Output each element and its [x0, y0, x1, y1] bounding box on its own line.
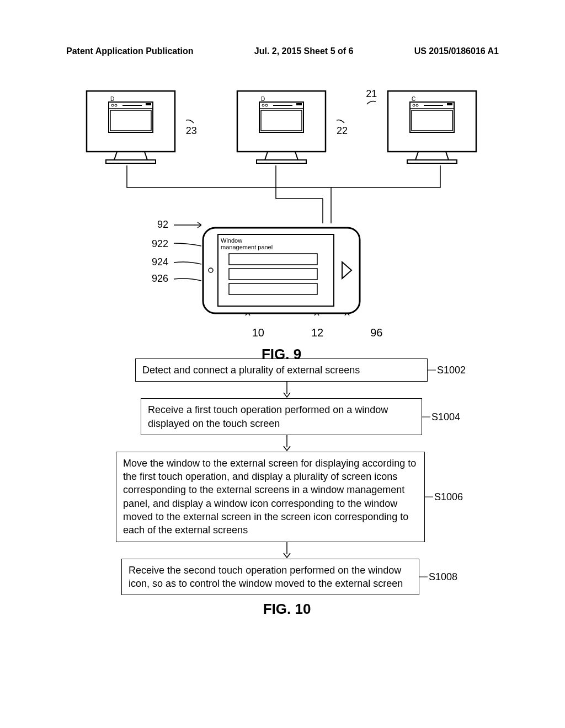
label-96: 96: [370, 326, 382, 339]
svg-rect-18: [388, 91, 476, 152]
svg-rect-9: [237, 91, 326, 152]
flow-label-s1002: S1002: [437, 363, 466, 377]
svg-rect-33: [229, 254, 317, 265]
header-middle: Jul. 2, 2015 Sheet 5 of 6: [254, 46, 354, 56]
monitor-21-label: 21: [366, 88, 377, 106]
svg-rect-12: [261, 110, 302, 131]
tablet-container: 92 922 924 926 Window: [55, 226, 508, 322]
label-10: 10: [252, 326, 264, 339]
svg-point-14: [265, 104, 268, 106]
figure-9-container: D 23 D: [55, 88, 508, 363]
svg-rect-25: [447, 103, 452, 105]
monitor-22-label: 22: [337, 119, 348, 137]
label-924: 924: [152, 256, 201, 268]
svg-text:C: C: [412, 96, 415, 102]
connection-lines: [55, 165, 508, 226]
svg-point-4: [111, 104, 114, 106]
svg-point-5: [115, 104, 117, 106]
tablet-bottom-labels: 10 12 96: [55, 326, 508, 339]
tablet-svg: Window management panel: [201, 226, 361, 320]
svg-text:management panel: management panel: [221, 244, 273, 250]
monitor-21: 21 C: [385, 88, 479, 171]
flow-label-s1004: S1004: [431, 410, 460, 423]
flow-arrow-icon: [116, 382, 458, 398]
figure-10-flowchart: Detect and connect a plurality of extern…: [116, 358, 458, 618]
flow-label-s1006: S1006: [434, 490, 463, 504]
svg-text:Window: Window: [221, 237, 242, 244]
flow-label-s1008: S1008: [429, 570, 457, 584]
flow-arrow-icon: [116, 435, 458, 452]
fig10-title: FIG. 10: [116, 601, 458, 618]
svg-point-13: [262, 104, 264, 106]
label-926: 926: [152, 273, 201, 285]
monitor-23-label: 23: [186, 119, 197, 137]
svg-rect-35: [229, 283, 317, 295]
page-header: Patent Application Publication Jul. 2, 2…: [0, 0, 565, 56]
svg-rect-34: [229, 269, 317, 280]
flow-step-2: Receive a first touch operation performe…: [141, 398, 422, 435]
svg-point-30: [209, 268, 213, 272]
svg-text:D: D: [110, 96, 114, 102]
flow-arrow-icon: [116, 542, 458, 559]
header-right: US 2015/0186016 A1: [414, 46, 499, 56]
flow-step-1: Detect and connect a plurality of extern…: [135, 358, 428, 382]
svg-point-22: [413, 104, 415, 106]
svg-text:D: D: [261, 96, 265, 102]
svg-rect-21: [412, 110, 452, 131]
monitors-row: D 23 D: [55, 88, 508, 171]
label-12: 12: [311, 326, 323, 339]
svg-point-23: [416, 104, 418, 106]
monitor-22: D 22: [234, 88, 328, 171]
flow-step-3: Move the window to the external screen f…: [116, 452, 425, 542]
svg-rect-3: [110, 110, 151, 131]
label-92: 92: [157, 219, 201, 231]
flow-step-4: Receive the second touch operation perfo…: [121, 559, 419, 596]
svg-rect-0: [87, 91, 175, 152]
header-left: Patent Application Publication: [66, 46, 194, 56]
monitor-23: D 23: [84, 88, 178, 171]
svg-rect-16: [296, 103, 302, 105]
svg-rect-7: [146, 103, 151, 105]
label-922: 922: [152, 238, 201, 250]
